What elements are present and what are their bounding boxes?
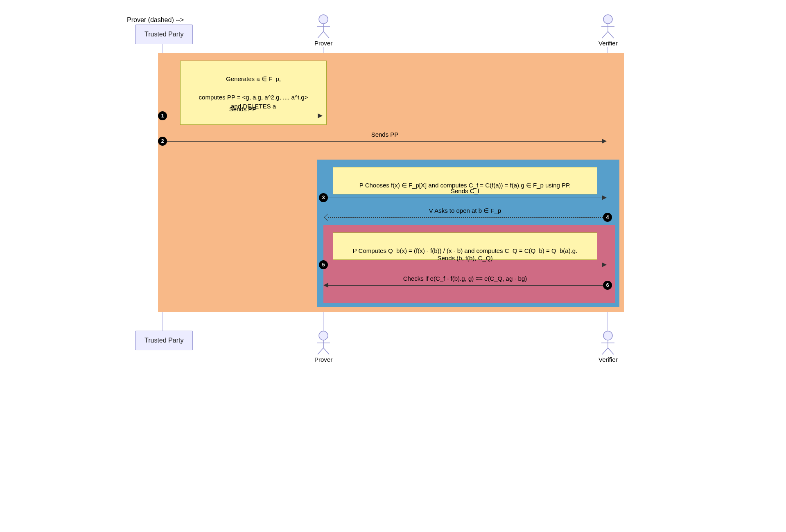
seq6: 6	[603, 281, 612, 290]
msg1-label: Sends PP	[229, 106, 257, 113]
msg4-label: V Asks to open at b ∈ F_p	[429, 207, 501, 214]
stick-figure-icon	[599, 331, 617, 355]
svg-point-5	[603, 15, 612, 24]
svg-line-13	[318, 348, 323, 354]
msg6-arrowhead	[323, 283, 328, 288]
participant-verifier-top: Verifier	[599, 14, 618, 47]
msg1-arrowhead	[318, 113, 323, 118]
sequence-diagram: Trusted Party Prover Verifier Generates …	[127, 16, 659, 372]
svg-line-18	[602, 348, 608, 354]
svg-line-3	[318, 32, 323, 38]
msg5-label: Sends (b, f(b), C_Q)	[437, 255, 492, 261]
svg-line-9	[608, 32, 614, 38]
svg-line-8	[602, 32, 608, 38]
seq3: 3	[319, 193, 328, 202]
svg-line-19	[608, 348, 614, 354]
svg-line-4	[323, 32, 329, 38]
msg3-label: Sends C_f	[451, 187, 479, 194]
stick-figure-icon	[314, 14, 332, 39]
verifier-label-bottom: Verifier	[599, 356, 618, 363]
msg5-arrowhead	[602, 262, 607, 267]
msg3-arrow	[328, 198, 602, 198]
trusted-label-bottom: Trusted Party	[145, 337, 183, 344]
msg2-arrowhead	[602, 139, 607, 144]
trusted-label: Trusted Party	[145, 31, 183, 38]
svg-point-15	[603, 331, 612, 340]
seq1: 1	[158, 111, 167, 120]
seq2: 2	[158, 137, 167, 146]
note-generate-pp: Generates a ∈ F_p, computes PP = <g, a.g…	[180, 61, 327, 125]
prover-label-bottom: Prover	[314, 356, 332, 363]
msg6-label: Checks if e(C_f - f(b).g, g) == e(C_Q, a…	[403, 275, 527, 282]
msg2-label: Sends PP	[371, 131, 399, 138]
stick-figure-icon	[314, 331, 332, 355]
seq5: 5	[319, 260, 328, 269]
participant-trusted-top: Trusted Party	[135, 25, 193, 44]
msg5-arrow	[328, 265, 602, 265]
svg-point-0	[319, 15, 328, 24]
note-line1: Generates a ∈ F_p,	[187, 74, 320, 84]
participant-verifier-bottom: Verifier	[599, 331, 618, 363]
participant-trusted-bottom: Trusted Party	[135, 331, 193, 350]
seq4: 4	[603, 213, 612, 222]
participant-prover-top: Prover	[314, 14, 332, 47]
msg4-arrow	[328, 217, 603, 218]
stick-figure-icon	[599, 14, 617, 39]
svg-line-14	[323, 348, 329, 354]
participant-prover-bottom: Prover	[314, 331, 332, 363]
msg1-arrow	[167, 116, 318, 116]
prover-label: Prover	[314, 40, 332, 47]
msg2-arrow	[167, 141, 603, 142]
svg-point-10	[319, 331, 328, 340]
verifier-label: Verifier	[599, 40, 618, 47]
msg6-arrow	[328, 285, 603, 286]
msg3-arrowhead	[602, 195, 607, 200]
